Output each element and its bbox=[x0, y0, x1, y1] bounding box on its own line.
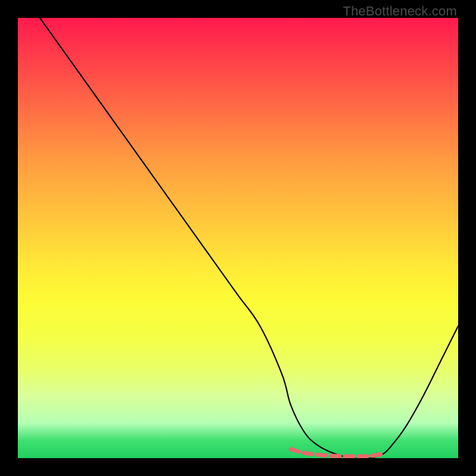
plot-area bbox=[18, 18, 458, 458]
watermark-text: TheBottleneck.com bbox=[343, 4, 457, 19]
bottleneck-curve-path bbox=[40, 18, 458, 458]
chart-frame: TheBottleneck.com bbox=[0, 0, 476, 476]
highlight-segment-path bbox=[291, 449, 383, 456]
curve-svg bbox=[18, 18, 458, 458]
